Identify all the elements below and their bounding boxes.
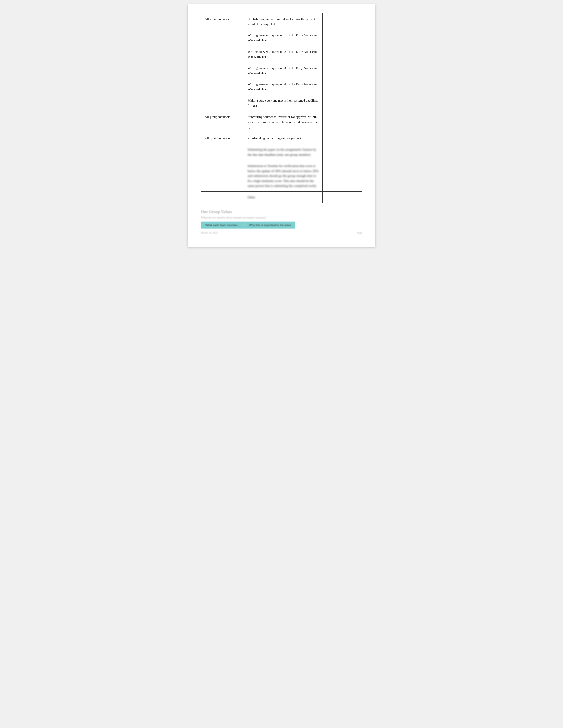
- cell-who-7: All group members: [201, 111, 244, 133]
- footer-tabs: What each team member... Why this is imp…: [201, 222, 362, 229]
- cell-extra-7: [322, 111, 362, 133]
- tab-what-each-member[interactable]: What each team member...: [201, 222, 244, 229]
- cell-extra-6: [322, 95, 362, 111]
- table-row-blurred: Submitting the paper on the assignment's…: [201, 144, 362, 160]
- task-table: All group members Contributing one or mo…: [201, 13, 362, 203]
- cell-who-1: All group members: [201, 13, 244, 30]
- cell-extra-4: [322, 62, 362, 79]
- cell-extra-5: [322, 79, 362, 95]
- cell-who-5: [201, 79, 244, 95]
- table-row: All group members Submitting sources to …: [201, 111, 362, 133]
- footer-meta: March 14, 2022 Page: [201, 231, 362, 235]
- cell-extra-1: [322, 13, 362, 30]
- cell-extra-2: [322, 30, 362, 46]
- cell-extra-b2: [322, 160, 362, 192]
- cell-who-b1: [201, 144, 244, 160]
- cell-who-8: All group members: [201, 133, 244, 144]
- cell-who-4: [201, 62, 244, 79]
- cell-task-8: Proofreading and editing the assignment: [244, 133, 322, 144]
- cell-task-b2: Submission to Turnitin for verification …: [244, 160, 322, 192]
- cell-extra-3: [322, 46, 362, 62]
- cell-extra-b1: [322, 144, 362, 160]
- cell-task-3: Writing answer to question 2 on the Earl…: [244, 46, 322, 62]
- cell-who-b2: [201, 160, 244, 192]
- cell-task-4: Writing answer to question 3 on the Earl…: [244, 62, 322, 79]
- cell-task-5: Writing answer to question 4 on the Earl…: [244, 79, 322, 95]
- footer-section: Our Group Values What do we need to do t…: [201, 210, 362, 237]
- table-row: All group members Contributing one or mo…: [201, 13, 362, 30]
- cell-who-b3: [201, 191, 244, 203]
- cell-who-3: [201, 46, 244, 62]
- cell-task-7: Submitting sources to Instructor for app…: [244, 111, 322, 133]
- footer-title: Our Group Values: [201, 210, 362, 214]
- tab-why-important[interactable]: Why this is important to the team: [244, 222, 295, 229]
- cell-who-2: [201, 30, 244, 46]
- page: All group members Contributing one or mo…: [188, 4, 375, 247]
- cell-extra-8: [322, 133, 362, 144]
- footer-page: Page: [357, 231, 362, 235]
- cell-task-2: Writing answer to question 1 on the Earl…: [244, 30, 322, 46]
- table-row: Writing answer to question 1 on the Earl…: [201, 30, 362, 46]
- cell-task-b3: Other: [244, 191, 322, 203]
- table-row-blurred: Other: [201, 191, 362, 203]
- cell-extra-b3: [322, 191, 362, 203]
- footer-question: What do we need to do to ensure our team…: [201, 216, 362, 220]
- table-row: Writing answer to question 3 on the Earl…: [201, 62, 362, 79]
- table-row: Making sure everyone meets their assigne…: [201, 95, 362, 111]
- table-row: Writing answer to question 2 on the Earl…: [201, 46, 362, 62]
- cell-task-1: Contributing one or more ideas for how t…: [244, 13, 322, 30]
- table-row: All group members Proofreading and editi…: [201, 133, 362, 144]
- cell-task-6: Making sure everyone meets their assigne…: [244, 95, 322, 111]
- footer-date: March 14, 2022: [201, 231, 218, 235]
- cell-task-b1: Submitting the paper on the assignment's…: [244, 144, 322, 160]
- cell-who-6: [201, 95, 244, 111]
- table-row: Writing answer to question 4 on the Earl…: [201, 79, 362, 95]
- table-row-blurred: Submission to Turnitin for verification …: [201, 160, 362, 192]
